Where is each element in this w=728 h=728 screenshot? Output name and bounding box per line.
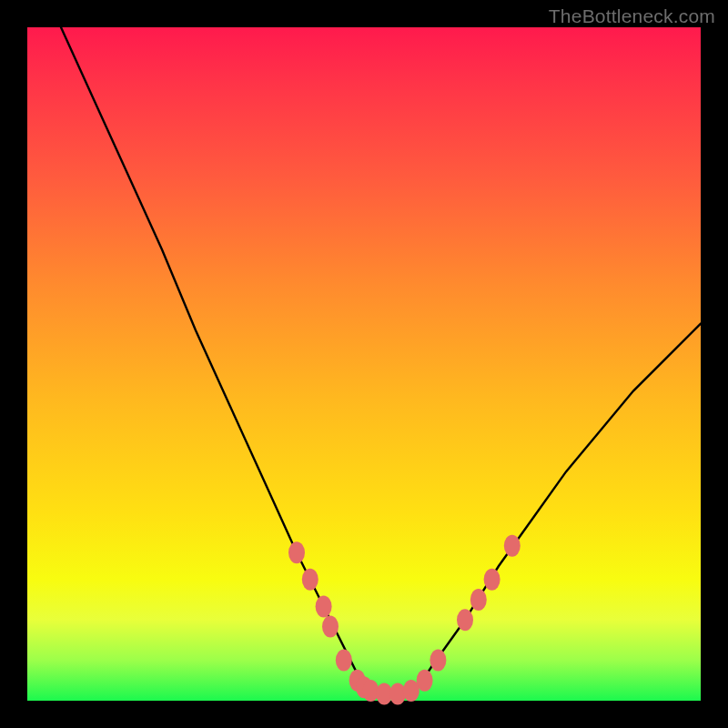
marker-dot — [430, 650, 446, 672]
marker-dot — [302, 569, 318, 591]
marker-dot — [322, 616, 339, 638]
chart-frame: TheBottleneck.com — [0, 0, 728, 728]
marker-dot — [484, 569, 500, 591]
marker-dot — [288, 541, 305, 563]
marker-dot — [504, 535, 521, 557]
marker-dot — [457, 609, 473, 631]
marker-dot — [417, 670, 433, 692]
marker-dot — [316, 595, 332, 617]
highlighted-points — [288, 535, 521, 705]
marker-dot — [470, 589, 487, 611]
bottleneck-curve — [61, 27, 701, 694]
marker-dot — [336, 650, 352, 672]
plot-area — [27, 27, 701, 701]
curve-svg — [27, 27, 701, 701]
watermark-text: TheBottleneck.com — [549, 5, 715, 27]
